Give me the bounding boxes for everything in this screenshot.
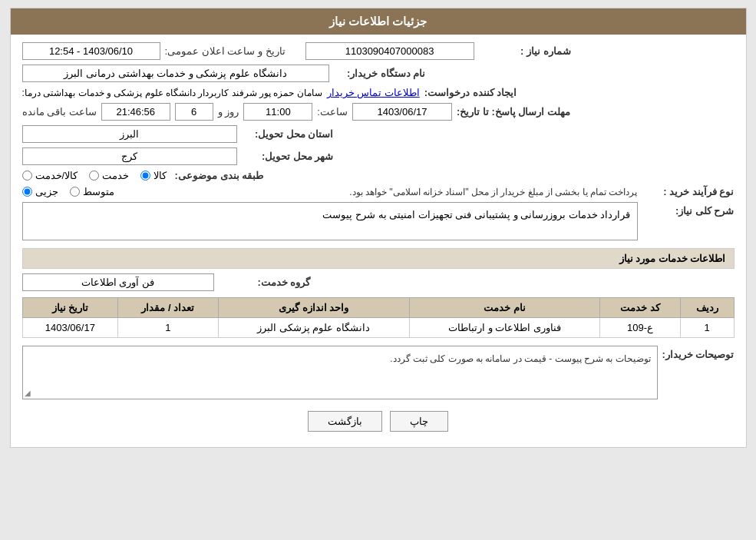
buyer-desc-box: توضیحات به شرح پیوست - قیمت در سامانه به… [22, 346, 658, 399]
buyer-name-label: نام دستگاه خریدار: [334, 68, 426, 79]
general-desc-label: شرح کلی نیاز: [642, 202, 735, 217]
category-kala-label: کالا [154, 170, 167, 181]
cell-date: 1403/06/17 [22, 318, 118, 338]
purchase-motavasset-option[interactable]: متوسط [70, 186, 114, 197]
response-time-value: 11:00 [243, 103, 312, 121]
cell-unit: دانشگاه علوم پزشکی البرز [218, 318, 409, 338]
category-label: طبقه بندی موضوعی: [171, 170, 263, 181]
province-row: استان محل تحویل: البرز [22, 125, 735, 143]
general-desc-row: شرح کلی نیاز: قرارداد خدمات بروزرسانی و … [22, 202, 735, 240]
buyer-name-row: نام دستگاه خریدار: دانشگاه علوم پزشکی و … [22, 65, 735, 82]
purchase-options: متوسط جزیی [22, 186, 114, 197]
response-date-value: 1403/06/17 [352, 103, 452, 121]
action-row: چاپ بازگشت [22, 411, 735, 432]
buyer-desc-note: توضیحات به شرح پیوست - قیمت در سامانه به… [390, 353, 650, 364]
col-service-code: کد خدمت [600, 298, 680, 318]
services-table: ردیف کد خدمت نام خدمت واحد اندازه گیری ت… [22, 297, 735, 338]
category-row: طبقه بندی موضوعی: کالا خدمت کالا/خدمت [22, 170, 735, 181]
purchase-note: پرداخت تمام یا بخشی از مبلغ خریدار از مح… [119, 187, 638, 197]
buyer-desc-row: توصیحات خریدار: توضیحات به شرح پیوست - ق… [22, 346, 735, 399]
purchase-type-row: نوع فرآیند خرید : پرداخت تمام یا بخشی از… [22, 186, 735, 197]
purchase-type-label: نوع فرآیند خرید : [642, 186, 735, 197]
general-desc-container: قرارداد خدمات بروزرسانی و پشتیبانی فنی ت… [22, 202, 638, 240]
buyer-desc-container: توضیحات به شرح پیوست - قیمت در سامانه به… [22, 346, 658, 399]
city-value: کرج [22, 147, 237, 165]
announce-date-value: 1403/06/10 - 12:54 [22, 42, 160, 60]
category-kala-radio[interactable] [140, 171, 150, 181]
city-label: شهر محل تحویل: [242, 151, 334, 162]
service-group-row: گروه خدمت: فن آوری اطلاعات [22, 273, 735, 291]
province-value: البرز [22, 125, 237, 143]
category-kala-khedmat-radio[interactable] [22, 171, 32, 181]
table-row: 1 ع-109 فناوری اطلاعات و ارتباطات دانشگا… [22, 318, 734, 338]
response-deadline-label: مهلت ارسال پاسخ: تا تاریخ: [457, 106, 570, 118]
category-kala-khedmat-label: کالا/خدمت [35, 170, 78, 181]
response-remaining-value: 21:46:56 [101, 103, 170, 121]
cell-row-num: 1 [680, 318, 734, 338]
response-days-value: 6 [175, 103, 213, 121]
page-title: جزئیات اطلاعات نیاز [329, 15, 427, 28]
category-options: کالا خدمت کالا/خدمت [22, 170, 167, 181]
service-group-value: فن آوری اطلاعات [22, 273, 214, 291]
cell-service-code: ع-109 [600, 318, 680, 338]
page-header: جزئیات اطلاعات نیاز [11, 8, 746, 35]
purchase-jozi-radio[interactable] [22, 187, 32, 197]
response-deadline-row: مهلت ارسال پاسخ: تا تاریخ: 1403/06/17 سا… [22, 103, 735, 121]
main-container: جزئیات اطلاعات نیاز شماره نیاز : 1103090… [10, 8, 747, 448]
cell-quantity: 1 [118, 318, 218, 338]
services-table-section: ردیف کد خدمت نام خدمت واحد اندازه گیری ت… [22, 297, 735, 338]
response-day-label: روز و [218, 106, 239, 118]
col-date: تاریخ نیاز [22, 298, 118, 318]
services-section-header: اطلاعات خدمات مورد نیاز [22, 248, 735, 269]
col-unit: واحد اندازه گیری [218, 298, 409, 318]
category-kala-khedmat-option[interactable]: کالا/خدمت [22, 170, 78, 181]
need-number-value: 1103090407000083 [305, 42, 474, 60]
col-service-name: نام خدمت [409, 298, 600, 318]
response-remaining-label: ساعت باقی مانده [22, 106, 97, 118]
category-khedmat-radio[interactable] [89, 171, 99, 181]
purchase-jozi-label: جزیی [35, 186, 58, 197]
purchase-jozi-option[interactable]: جزیی [22, 186, 58, 197]
buyer-name-value: دانشگاه علوم پزشکی و خدمات بهداشتی درمان… [22, 65, 329, 82]
cell-service-name: فناوری اطلاعات و ارتباطات [409, 318, 600, 338]
city-row: شهر محل تحویل: کرج [22, 147, 735, 165]
service-group-label: گروه خدمت: [219, 277, 311, 288]
announce-date-label: تاریخ و ساعت اعلان عمومی: [165, 45, 286, 57]
category-khedmat-option[interactable]: خدمت [89, 170, 129, 181]
back-button[interactable]: بازگشت [308, 411, 382, 432]
need-number-label: شماره نیاز : [479, 45, 571, 57]
province-label: استان محل تحویل: [242, 128, 334, 140]
category-khedmat-label: خدمت [102, 170, 129, 181]
response-time-label: ساعت: [317, 106, 348, 118]
print-button[interactable]: چاپ [390, 411, 448, 432]
need-number-row: شماره نیاز : 1103090407000083 تاریخ و سا… [22, 42, 735, 60]
resize-handle: ◢ [25, 389, 31, 397]
purchase-motavasset-radio[interactable] [70, 187, 80, 197]
buyer-desc-label: توصیحات خریدار: [662, 346, 735, 360]
general-desc-value: قرارداد خدمات بروزرسانی و پشتیبانی فنی ت… [22, 202, 638, 240]
category-kala-option[interactable]: کالا [140, 170, 167, 181]
purchase-motavasset-label: متوسط [83, 186, 114, 197]
creator-label: ایجاد کننده درخواست: [424, 87, 517, 98]
creator-contact-link[interactable]: اطلاعات تماس خریدار [327, 87, 420, 98]
creator-row: ایجاد کننده درخواست: اطلاعات تماس خریدار… [22, 87, 735, 98]
creator-value: سامان حمزه پور شرفند کاربردار دانشگاه عل… [22, 88, 322, 98]
col-quantity: تعداد / مقدار [118, 298, 218, 318]
col-row-num: ردیف [680, 298, 734, 318]
content-area: شماره نیاز : 1103090407000083 تاریخ و سا… [11, 35, 746, 447]
table-header-row: ردیف کد خدمت نام خدمت واحد اندازه گیری ت… [22, 298, 734, 318]
